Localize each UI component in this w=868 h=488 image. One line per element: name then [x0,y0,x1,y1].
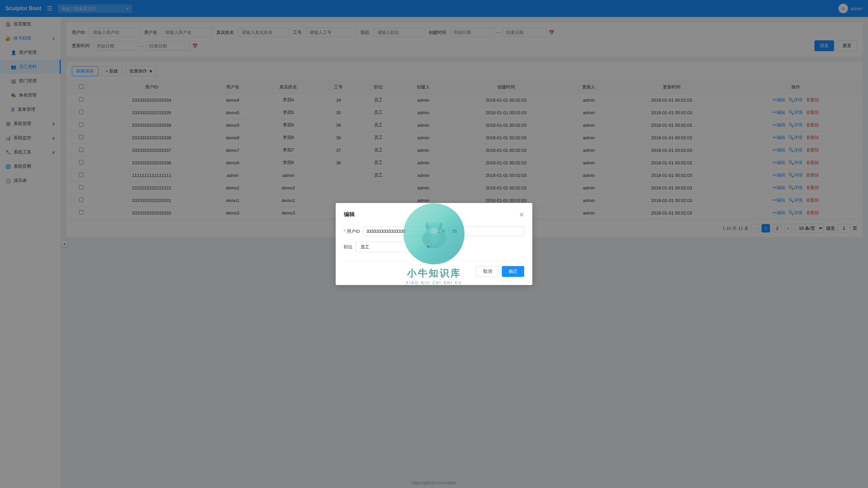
modal-user-id-input[interactable] [363,226,431,236]
modal-body: 用户ID 工号 职位 员工 经理 [344,226,524,252]
modal-close-button[interactable]: ✕ [519,212,524,218]
modal-title: 编辑 [344,211,355,218]
modal-header: 编辑 ✕ [344,211,524,218]
modal-confirm-button[interactable]: 确定 [502,266,524,277]
modal-row-2: 职位 员工 经理 [344,242,524,252]
modal-overlay[interactable]: 编辑 ✕ 用户ID 工号 职位 员工 经理 [0,0,868,488]
watermark-en-text: XIAO NIU ZHI SHI KU [406,281,462,285]
modal-work-no-label: 工号 [437,228,446,235]
modal-row-1: 用户ID 工号 [344,226,524,236]
modal-position-label: 职位 [344,244,353,250]
modal-position-select[interactable]: 员工 经理 [355,242,431,252]
modal-footer: 取消 确定 [344,260,524,277]
modal-cancel-button[interactable]: 取消 [476,266,499,277]
modal-field-work-no: 工号 [437,226,524,236]
edit-modal: 编辑 ✕ 用户ID 工号 职位 员工 经理 [336,203,532,285]
modal-field-position: 职位 员工 经理 [344,242,431,252]
modal-user-id-label: 用户ID [344,228,360,235]
modal-field-user-id: 用户ID [344,226,431,236]
modal-work-no-input[interactable] [448,226,524,236]
